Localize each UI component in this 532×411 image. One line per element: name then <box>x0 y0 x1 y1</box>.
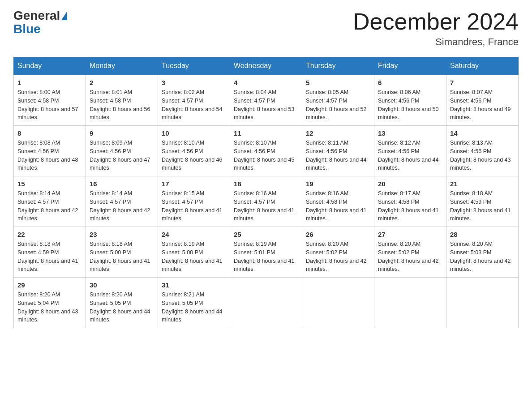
day-info: Sunrise: 8:19 AM Sunset: 5:00 PM Dayligh… <box>162 240 226 274</box>
day-number: 8 <box>17 129 82 137</box>
table-row: 9 Sunrise: 8:09 AM Sunset: 4:56 PM Dayli… <box>86 126 158 176</box>
table-row: 22 Sunrise: 8:18 AM Sunset: 4:59 PM Dayl… <box>14 227 86 278</box>
page-header: General Blue December 2024 Simandres, Fr… <box>13 9 519 48</box>
table-row: 4 Sunrise: 8:04 AM Sunset: 4:57 PM Dayli… <box>230 75 302 126</box>
day-number: 2 <box>90 79 154 86</box>
calendar-week-row: 8 Sunrise: 8:08 AM Sunset: 4:56 PM Dayli… <box>14 126 519 176</box>
logo: General Blue <box>13 9 67 36</box>
day-info: Sunrise: 8:10 AM Sunset: 4:56 PM Dayligh… <box>234 139 298 172</box>
col-sunday: Sunday <box>14 57 86 75</box>
table-row <box>446 278 519 328</box>
day-number: 10 <box>162 129 226 137</box>
day-info: Sunrise: 8:19 AM Sunset: 5:01 PM Dayligh… <box>234 240 298 274</box>
day-info: Sunrise: 8:18 AM Sunset: 4:59 PM Dayligh… <box>450 189 515 223</box>
col-saturday: Saturday <box>446 57 519 75</box>
table-row: 19 Sunrise: 8:16 AM Sunset: 4:58 PM Dayl… <box>302 176 374 227</box>
col-friday: Friday <box>374 57 446 75</box>
calendar-week-row: 22 Sunrise: 8:18 AM Sunset: 4:59 PM Dayl… <box>14 227 519 278</box>
day-info: Sunrise: 8:13 AM Sunset: 4:56 PM Dayligh… <box>450 139 515 172</box>
location: Simandres, France <box>353 36 519 48</box>
day-number: 14 <box>450 129 515 137</box>
day-info: Sunrise: 8:14 AM Sunset: 4:57 PM Dayligh… <box>90 189 154 223</box>
day-info: Sunrise: 8:11 AM Sunset: 4:56 PM Dayligh… <box>306 139 370 172</box>
table-row: 3 Sunrise: 8:02 AM Sunset: 4:57 PM Dayli… <box>158 75 230 126</box>
day-info: Sunrise: 8:18 AM Sunset: 5:00 PM Dayligh… <box>90 240 154 274</box>
day-info: Sunrise: 8:06 AM Sunset: 4:56 PM Dayligh… <box>378 88 442 122</box>
day-info: Sunrise: 8:12 AM Sunset: 4:56 PM Dayligh… <box>378 139 442 172</box>
table-row: 14 Sunrise: 8:13 AM Sunset: 4:56 PM Dayl… <box>446 126 519 176</box>
table-row: 1 Sunrise: 8:00 AM Sunset: 4:58 PM Dayli… <box>14 75 86 126</box>
day-number: 3 <box>162 79 226 86</box>
day-number: 29 <box>17 281 82 289</box>
day-number: 6 <box>378 79 442 86</box>
table-row: 24 Sunrise: 8:19 AM Sunset: 5:00 PM Dayl… <box>158 227 230 278</box>
calendar-table: Sunday Monday Tuesday Wednesday Thursday… <box>13 57 519 328</box>
table-row <box>374 278 446 328</box>
day-info: Sunrise: 8:09 AM Sunset: 4:56 PM Dayligh… <box>90 139 154 172</box>
table-row: 8 Sunrise: 8:08 AM Sunset: 4:56 PM Dayli… <box>14 126 86 176</box>
table-row: 13 Sunrise: 8:12 AM Sunset: 4:56 PM Dayl… <box>374 126 446 176</box>
table-row: 16 Sunrise: 8:14 AM Sunset: 4:57 PM Dayl… <box>86 176 158 227</box>
day-number: 25 <box>234 231 298 238</box>
table-row: 15 Sunrise: 8:14 AM Sunset: 4:57 PM Dayl… <box>14 176 86 227</box>
table-row: 17 Sunrise: 8:15 AM Sunset: 4:57 PM Dayl… <box>158 176 230 227</box>
day-info: Sunrise: 8:14 AM Sunset: 4:57 PM Dayligh… <box>17 189 82 223</box>
table-row: 5 Sunrise: 8:05 AM Sunset: 4:57 PM Dayli… <box>302 75 374 126</box>
calendar-week-row: 15 Sunrise: 8:14 AM Sunset: 4:57 PM Dayl… <box>14 176 519 227</box>
day-info: Sunrise: 8:07 AM Sunset: 4:56 PM Dayligh… <box>450 88 515 122</box>
table-row: 27 Sunrise: 8:20 AM Sunset: 5:02 PM Dayl… <box>374 227 446 278</box>
day-number: 20 <box>378 180 442 188</box>
table-row: 20 Sunrise: 8:17 AM Sunset: 4:58 PM Dayl… <box>374 176 446 227</box>
day-info: Sunrise: 8:00 AM Sunset: 4:58 PM Dayligh… <box>17 88 82 122</box>
col-monday: Monday <box>86 57 158 75</box>
calendar-header-row: Sunday Monday Tuesday Wednesday Thursday… <box>14 57 519 75</box>
col-tuesday: Tuesday <box>158 57 230 75</box>
day-info: Sunrise: 8:10 AM Sunset: 4:56 PM Dayligh… <box>162 139 226 172</box>
day-number: 12 <box>306 129 370 137</box>
day-number: 24 <box>162 231 226 238</box>
day-info: Sunrise: 8:16 AM Sunset: 4:58 PM Dayligh… <box>306 189 370 223</box>
table-row <box>230 278 302 328</box>
day-info: Sunrise: 8:20 AM Sunset: 5:03 PM Dayligh… <box>450 240 515 274</box>
day-number: 11 <box>234 129 298 137</box>
table-row: 2 Sunrise: 8:01 AM Sunset: 4:58 PM Dayli… <box>86 75 158 126</box>
day-info: Sunrise: 8:04 AM Sunset: 4:57 PM Dayligh… <box>234 88 298 122</box>
table-row: 25 Sunrise: 8:19 AM Sunset: 5:01 PM Dayl… <box>230 227 302 278</box>
day-number: 15 <box>17 180 82 188</box>
col-wednesday: Wednesday <box>230 57 302 75</box>
table-row: 12 Sunrise: 8:11 AM Sunset: 4:56 PM Dayl… <box>302 126 374 176</box>
table-row: 23 Sunrise: 8:18 AM Sunset: 5:00 PM Dayl… <box>86 227 158 278</box>
day-info: Sunrise: 8:08 AM Sunset: 4:56 PM Dayligh… <box>17 139 82 172</box>
table-row: 26 Sunrise: 8:20 AM Sunset: 5:02 PM Dayl… <box>302 227 374 278</box>
day-info: Sunrise: 8:20 AM Sunset: 5:05 PM Dayligh… <box>90 291 154 324</box>
day-info: Sunrise: 8:17 AM Sunset: 4:58 PM Dayligh… <box>378 189 442 223</box>
day-info: Sunrise: 8:15 AM Sunset: 4:57 PM Dayligh… <box>162 189 226 223</box>
table-row: 7 Sunrise: 8:07 AM Sunset: 4:56 PM Dayli… <box>446 75 519 126</box>
title-section: December 2024 Simandres, France <box>353 9 519 48</box>
day-number: 27 <box>378 231 442 238</box>
day-number: 16 <box>90 180 154 188</box>
day-info: Sunrise: 8:20 AM Sunset: 5:02 PM Dayligh… <box>378 240 442 274</box>
day-number: 18 <box>234 180 298 188</box>
logo-triangle-icon <box>61 11 67 20</box>
day-info: Sunrise: 8:18 AM Sunset: 4:59 PM Dayligh… <box>17 240 82 274</box>
day-number: 22 <box>17 231 82 238</box>
day-number: 31 <box>162 281 226 289</box>
table-row: 6 Sunrise: 8:06 AM Sunset: 4:56 PM Dayli… <box>374 75 446 126</box>
day-info: Sunrise: 8:01 AM Sunset: 4:58 PM Dayligh… <box>90 88 154 122</box>
day-info: Sunrise: 8:05 AM Sunset: 4:57 PM Dayligh… <box>306 88 370 122</box>
day-number: 7 <box>450 79 515 86</box>
day-number: 28 <box>450 231 515 238</box>
day-number: 26 <box>306 231 370 238</box>
day-number: 5 <box>306 79 370 86</box>
day-number: 23 <box>90 231 154 238</box>
day-number: 13 <box>378 129 442 137</box>
table-row: 18 Sunrise: 8:16 AM Sunset: 4:57 PM Dayl… <box>230 176 302 227</box>
day-number: 17 <box>162 180 226 188</box>
calendar-week-row: 1 Sunrise: 8:00 AM Sunset: 4:58 PM Dayli… <box>14 75 519 126</box>
day-number: 1 <box>17 79 82 86</box>
logo-general: General <box>13 9 60 23</box>
day-info: Sunrise: 8:02 AM Sunset: 4:57 PM Dayligh… <box>162 88 226 122</box>
table-row: 21 Sunrise: 8:18 AM Sunset: 4:59 PM Dayl… <box>446 176 519 227</box>
table-row: 11 Sunrise: 8:10 AM Sunset: 4:56 PM Dayl… <box>230 126 302 176</box>
